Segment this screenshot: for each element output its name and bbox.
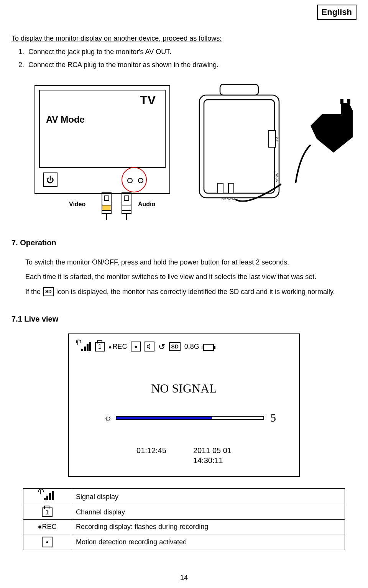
date-text: 2011 05 01 — [193, 445, 232, 455]
live-view-screen: 1 REC ● ↺ SD 0.8G NO SIGNAL ☼ 5 01:12:45… — [68, 333, 300, 477]
legend-row-rec: ●REC Recording display: flashes during r… — [23, 520, 345, 534]
legend-channel-label: Channel display — [71, 505, 345, 520]
legend-rec-icon: ●REC — [23, 520, 71, 534]
section-7-p3: If the SD icon is displayed, the monitor… — [25, 286, 356, 298]
sd-slot-label: SD — [274, 137, 278, 142]
section-7-heading: 7. Operation — [12, 238, 356, 248]
step-2: Connect the RCA plug to the monitor as s… — [26, 60, 356, 71]
svg-rect-3 — [218, 183, 223, 193]
svg-rect-4 — [228, 183, 234, 193]
datetime-row: 01:12:45 2011 05 01 14:30:11 — [69, 445, 299, 465]
legend-signal-label: Signal display — [71, 488, 345, 505]
svg-rect-6 — [340, 99, 343, 104]
brightness-track — [116, 416, 264, 420]
dc-label: DC 5V/1A — [222, 197, 235, 201]
legend-row-signal: Signal display — [23, 488, 345, 505]
step-1: Connect the jack plug to the monitor's A… — [26, 47, 356, 57]
channel-indicator: 1 — [95, 342, 105, 352]
rca-plug-audio — [117, 192, 136, 220]
audio-jack-icon — [138, 178, 143, 183]
storage-text: 0.8G — [184, 342, 199, 351]
sd-icon: SD — [169, 342, 180, 351]
section-71-heading: 7.1 Live view — [12, 314, 356, 324]
tv-power-icon: ⏻ — [43, 172, 58, 187]
legend-motion-label: Motion detection recording activated — [71, 534, 345, 550]
clock-text: 14:30:11 — [193, 455, 232, 465]
video-jack-icon — [127, 178, 133, 183]
brightness-sun-icon: ☼ — [104, 411, 113, 424]
steps-list: Connect the jack plug to the monitor's A… — [15, 47, 356, 71]
motion-icon: ● — [131, 342, 141, 351]
avout-label: AV OUT — [275, 171, 278, 182]
page-number: 14 — [12, 573, 356, 582]
svg-rect-2 — [220, 84, 258, 95]
brightness-value: 5 — [270, 410, 276, 426]
rec-indicator: REC — [108, 342, 127, 351]
section-7-p1: To switch the monitor ON/OFF, press and … — [25, 256, 356, 268]
tv-outline: TV AV Mode ⏻ — [34, 85, 170, 194]
refresh-icon: ↺ — [158, 341, 165, 353]
sd-icon-inline: SD — [43, 287, 54, 296]
legend-motion-icon — [23, 534, 71, 550]
svg-rect-1 — [204, 100, 274, 193]
section-7-p2: Each time it is started, the monitor swi… — [25, 271, 356, 283]
legend-rec-label: Recording display: flashes during record… — [71, 520, 345, 534]
ac-adapter-icon — [295, 99, 356, 186]
no-signal-text: NO SIGNAL — [69, 380, 299, 397]
signal-icon — [78, 342, 91, 351]
elapsed-time: 01:12:45 — [136, 445, 166, 465]
status-bar: 1 REC ● ↺ SD 0.8G — [69, 341, 299, 353]
rca-plug-video — [97, 192, 116, 220]
legend-channel-icon: 1 — [23, 505, 71, 520]
legend-table: Signal display 1 Channel display ●REC Re… — [23, 488, 345, 550]
brightness-bar: ☼ 5 — [104, 410, 276, 426]
video-label: Video — [69, 200, 85, 209]
connection-diagram: TV AV Mode ⏻ Video Audio SD AV OUT DC 5V… — [12, 84, 356, 214]
legend-row-motion: Motion detection recording activated — [23, 534, 345, 550]
battery-icon — [203, 344, 214, 351]
monitor-drawing: SD AV OUT DC 5V/1A — [197, 84, 281, 201]
intro-heading: To display the monitor display on anothe… — [12, 34, 356, 43]
legend-signal-icon — [23, 488, 71, 505]
tv-screen: TV AV Mode — [39, 90, 166, 168]
audio-label: Audio — [138, 200, 155, 209]
av-mode-label: AV Mode — [46, 113, 85, 126]
svg-rect-7 — [347, 99, 350, 104]
legend-row-channel: 1 Channel display — [23, 505, 345, 520]
tv-label: TV — [140, 92, 156, 108]
speaker-icon — [145, 342, 154, 351]
language-box: English — [317, 5, 356, 20]
